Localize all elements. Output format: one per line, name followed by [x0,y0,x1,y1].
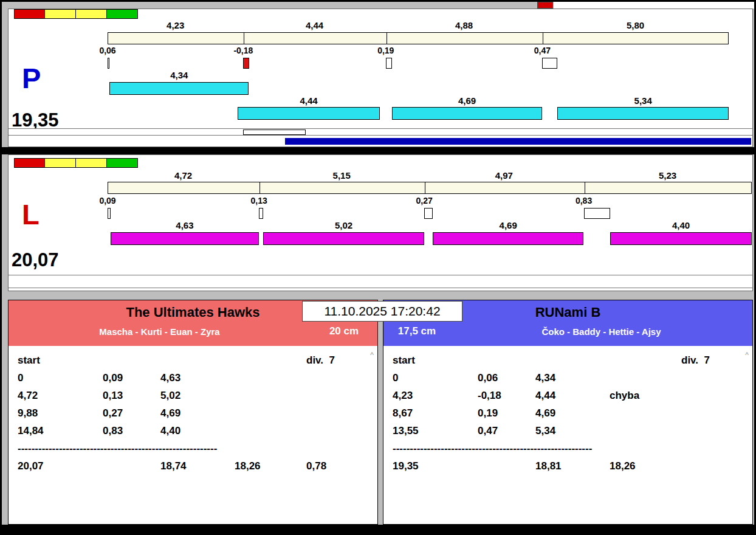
result-cell: 14,84 [18,425,44,437]
lane-letter-p: P [22,64,41,92]
result-cell: -0,18 [478,390,501,402]
status-light-2 [76,158,107,168]
status-light-3 [107,9,138,19]
run-time-label: 4,44 [281,95,336,106]
run-time-label: 4,69 [481,220,535,230]
result-row: startdiv. 7 [9,354,377,372]
change-marker [108,58,109,69]
results-section: The Ultimates Hawks Mascha - Kurti - Eua… [8,300,753,525]
result-cell: 0,19 [478,407,498,419]
change-time-label: 0,09 [80,196,135,205]
result-cell: 20,07 [18,460,44,472]
result-row: ----------------------------------------… [9,443,377,460]
status-light-3 [107,158,138,168]
ruler-divider [244,33,244,44]
ruler-divider [425,182,425,193]
status-lights [14,9,138,19]
run-time-label: 5,34 [616,95,670,106]
result-cell: 4,69 [535,407,555,419]
result-row: 4,23-0,184,44chyba [383,390,752,407]
result-row: 19,3518,8118,26 [383,460,752,478]
result-row: 8,670,194,69 [383,407,752,425]
crossing-split-label: 4,23 [148,20,203,30]
result-cell: 4,63 [160,372,180,384]
run-time-label: 4,69 [440,95,495,106]
result-cell: 0,13 [103,390,123,402]
result-cell: start [393,354,415,367]
top-red-indicator [537,2,553,9]
result-cell: 0,06 [478,372,498,384]
result-cell: start [18,354,40,367]
result-cell: 13,55 [393,425,419,437]
change-time-label: -0,18 [216,46,270,55]
run-bar [610,232,751,245]
run-bar [111,232,259,245]
change-marker [386,58,392,69]
status-light-1 [45,158,76,168]
change-time-label: 0,19 [359,46,413,55]
result-cell: 9,88 [18,407,38,419]
footer-strip [2,525,754,533]
change-time-label: 0,13 [232,196,286,205]
result-cell: ----------------------------------------… [18,443,217,455]
status-lights [14,158,138,168]
run-bar [392,107,543,120]
crossing-split-label: 4,97 [476,170,531,181]
crossing-split-label: 5,15 [314,170,369,181]
status-light-2 [76,9,107,19]
run-bar [238,107,380,120]
result-cell: 0 [18,372,23,384]
change-marker [424,208,433,219]
result-cell: 0,47 [478,425,498,437]
lane-panel-left-l: 4,725,154,975,230,090,130,270,83L4,635,0… [8,154,753,291]
run-time-label: 4,40 [654,220,709,230]
team-panel-left: The Ultimates Hawks Mascha - Kurti - Eua… [8,300,378,525]
result-cell: 18,74 [160,460,187,472]
result-cell: 19,35 [393,460,419,472]
result-row: 13,550,475,34 [383,425,752,443]
change-time-label: 0,47 [515,46,569,55]
crossing-split-label: 5,23 [641,170,695,181]
result-cell: chyba [610,390,639,402]
result-cell: 4,34 [535,372,555,384]
crossing-split-ruler [108,32,729,44]
status-light-0 [14,158,45,168]
change-marker [259,208,263,219]
lane-divider [2,147,754,154]
result-row: 00,064,34 [383,372,752,390]
run-time-label: 4,34 [152,70,207,80]
result-cell: div. 7 [306,354,335,367]
result-cell: ----------------------------------------… [393,443,592,455]
team-subheader: Mascha - Kurti - Euan - Zyra 20 cm [9,325,377,337]
result-cell: 0,27 [103,407,123,419]
crossing-split-label: 4,88 [437,20,492,30]
result-cell: 4,40 [160,425,180,437]
result-row: 20,0718,7418,260,78 [9,460,377,478]
ruler-divider [259,182,260,193]
change-marker [108,208,111,219]
flyball-timing-window: 4,234,444,885,800,06-0,180,190,47P4,344,… [0,0,756,535]
change-time-label: 0,06 [80,46,135,55]
result-cell: 4,69 [160,407,180,419]
result-cell: div. 7 [681,354,710,367]
result-row: ----------------------------------------… [383,443,752,460]
run-bar [557,107,729,120]
change-marker [584,208,611,219]
team-members: Čoko - Baddy - Hettie - Ajsy [450,326,752,337]
change-marker [542,58,557,69]
team-result-table-left: ^ startdiv. 700,094,634,720,135,029,880,… [9,346,377,524]
status-light-1 [45,9,76,19]
run-bar [109,82,249,95]
result-cell: 0,83 [103,425,123,437]
crossing-split-ruler [108,182,752,194]
timestamp: 11.10.2025 17:20:42 [302,301,462,322]
ruler-divider [585,182,585,193]
crossing-split-label: 4,72 [156,170,211,181]
result-cell: 5,02 [160,390,180,402]
progress-bar [285,138,751,145]
change-marker [243,58,249,69]
result-row: 4,720,135,02 [9,390,377,407]
result-cell: 18,26 [235,460,261,472]
ruler-divider [543,33,543,44]
run-time-label: 4,63 [157,220,212,230]
